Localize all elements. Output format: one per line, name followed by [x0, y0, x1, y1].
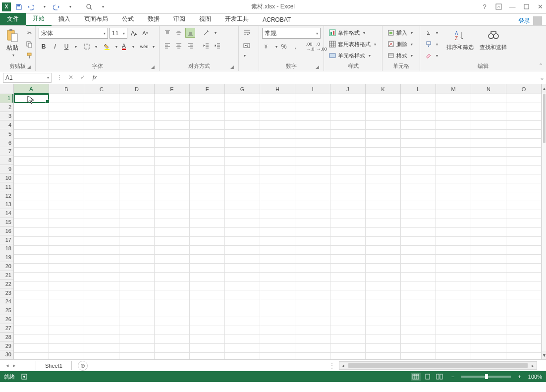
cell[interactable] [49, 192, 84, 201]
comma-format-icon[interactable]: , [290, 42, 300, 52]
cell[interactable] [84, 148, 119, 157]
cell[interactable] [84, 183, 119, 192]
cell[interactable] [14, 299, 49, 308]
cell[interactable] [155, 103, 190, 112]
zoom-out-button[interactable]: − [449, 374, 456, 380]
cell[interactable] [14, 326, 49, 335]
cell[interactable] [436, 246, 471, 255]
cell[interactable] [506, 281, 542, 290]
font-color-button[interactable]: A [119, 42, 129, 52]
cell[interactable] [155, 246, 190, 255]
cell[interactable] [366, 94, 401, 103]
cell[interactable] [401, 290, 436, 299]
cell[interactable] [436, 183, 471, 192]
cell[interactable] [366, 103, 401, 112]
cell[interactable] [295, 112, 330, 121]
cell[interactable] [225, 219, 260, 228]
cell[interactable] [260, 112, 295, 121]
cell[interactable] [14, 157, 49, 166]
conditional-formatting-button[interactable]: 条件格式▾ [327, 28, 378, 38]
column-header[interactable]: F [190, 84, 225, 94]
cell[interactable] [366, 299, 401, 308]
cell[interactable] [330, 174, 366, 183]
cell[interactable] [401, 103, 436, 112]
cell[interactable] [330, 210, 366, 219]
name-box[interactable]: A1▾ [3, 73, 52, 83]
cell[interactable] [225, 353, 260, 359]
cell[interactable] [506, 201, 542, 210]
cell[interactable] [260, 201, 295, 210]
row-header[interactable]: 5 [0, 129, 13, 138]
font-name-select[interactable]: 宋体▾ [39, 28, 108, 39]
cell[interactable] [14, 201, 49, 210]
cell[interactable] [436, 255, 471, 264]
cell[interactable] [401, 317, 436, 326]
cell[interactable] [49, 157, 84, 166]
cell[interactable] [225, 290, 260, 299]
row-header[interactable]: 14 [0, 209, 13, 218]
expand-formula-bar-icon[interactable]: ⌄ [538, 74, 546, 81]
cell[interactable] [119, 139, 155, 148]
phonetic-button[interactable]: wén [139, 42, 149, 52]
row-header[interactable]: 1 [0, 94, 13, 103]
cell[interactable] [471, 139, 506, 148]
cell[interactable] [506, 308, 542, 317]
insert-cells-button[interactable]: 插入▾ [385, 28, 414, 38]
cell[interactable] [295, 148, 330, 157]
cell[interactable] [225, 246, 260, 255]
cell[interactable] [401, 166, 436, 174]
cell[interactable] [190, 308, 225, 317]
scroll-up-icon[interactable]: ▲ [542, 84, 546, 93]
cell[interactable] [506, 228, 542, 237]
cell[interactable] [295, 157, 330, 166]
cell[interactable] [14, 210, 49, 219]
cell[interactable] [506, 326, 542, 335]
zoom-slider-thumb[interactable] [485, 374, 488, 379]
cell[interactable] [401, 183, 436, 192]
cell[interactable] [260, 148, 295, 157]
cell[interactable] [401, 219, 436, 228]
maximize-icon[interactable] [522, 3, 530, 11]
cell[interactable] [49, 335, 84, 344]
phonetic-dropdown-icon[interactable]: ▾ [153, 45, 155, 49]
cell[interactable] [190, 335, 225, 344]
cell[interactable] [14, 192, 49, 201]
cell[interactable] [401, 281, 436, 290]
cell[interactable] [471, 344, 506, 353]
cell[interactable] [225, 264, 260, 273]
cells-area[interactable] [14, 94, 542, 359]
cell[interactable] [190, 192, 225, 201]
cell[interactable] [260, 130, 295, 139]
cell[interactable] [506, 237, 542, 246]
cell[interactable] [14, 121, 49, 130]
cell[interactable] [506, 130, 542, 139]
cell[interactable] [366, 228, 401, 237]
cell[interactable] [14, 335, 49, 344]
cell[interactable] [225, 121, 260, 130]
column-header[interactable]: H [260, 84, 295, 94]
help-icon[interactable]: ? [481, 3, 489, 11]
cell[interactable] [84, 192, 119, 201]
cell[interactable] [190, 264, 225, 273]
cell[interactable] [330, 183, 366, 192]
cell[interactable] [295, 183, 330, 192]
cell[interactable] [190, 353, 225, 359]
cell[interactable] [506, 335, 542, 344]
cell[interactable] [84, 290, 119, 299]
cell[interactable] [401, 112, 436, 121]
row-header[interactable]: 3 [0, 112, 13, 121]
cell[interactable] [155, 157, 190, 166]
cell[interactable] [260, 219, 295, 228]
redo-dropdown-icon[interactable]: ▾ [66, 3, 74, 11]
cell[interactable] [260, 103, 295, 112]
cell[interactable] [14, 139, 49, 148]
cell[interactable] [295, 308, 330, 317]
cell[interactable] [506, 219, 542, 228]
cell[interactable] [260, 246, 295, 255]
cell[interactable] [49, 237, 84, 246]
cell[interactable] [506, 183, 542, 192]
cell[interactable] [49, 290, 84, 299]
cell[interactable] [401, 192, 436, 201]
column-header[interactable]: B [49, 84, 84, 94]
cell[interactable] [295, 264, 330, 273]
